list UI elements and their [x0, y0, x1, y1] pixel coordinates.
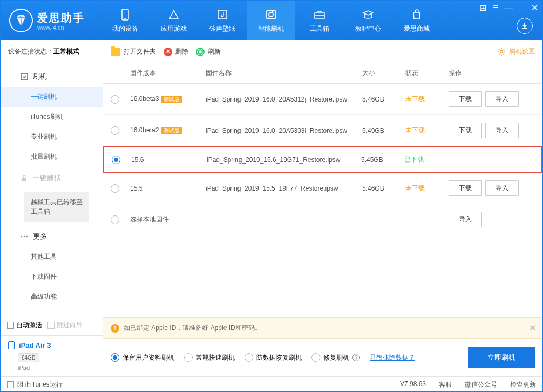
sidebar: 设备连接状态：正常模式 刷机 一键刷机 iTunes刷机 专业刷机 批量刷机 一…	[1, 40, 103, 376]
sidebar-item-download-fw[interactable]: 下载固件	[1, 267, 103, 287]
refresh-button[interactable]: 刷新	[196, 47, 221, 56]
open-folder-button[interactable]: 打开文件夹	[111, 47, 156, 56]
sidebar-more-header[interactable]: 更多	[1, 226, 103, 247]
toolbox-icon	[313, 8, 327, 21]
sidebar-flash-header[interactable]: 刷机	[1, 66, 103, 87]
fw-name: iPad_Spring_2019_16.0_20A5303i_Restore.i…	[206, 127, 362, 134]
help-icon[interactable]: ?	[352, 354, 360, 361]
row-radio[interactable]	[111, 95, 119, 104]
sidebar-item-batch[interactable]: 批量刷机	[1, 147, 103, 167]
row-radio[interactable]	[111, 126, 119, 135]
statusbar: 阻止iTunes运行 V7.98.63 客服 微信公众号 检查更新	[1, 376, 542, 392]
svg-point-10	[500, 50, 503, 53]
fw-name: iPad_Spring_2019_15.5_19F77_Restore.ipsw	[206, 185, 362, 192]
refresh-icon	[196, 48, 205, 56]
fw-status: 未下载	[405, 184, 449, 193]
toolbar: 打开文件夹 ✕删除 刷新 刷机设置	[103, 40, 542, 63]
table-row[interactable]: 选择本地固件导入	[103, 204, 542, 235]
table-row[interactable]: 16.0beta3测试版iPad_Spring_2019_16.0_20A531…	[103, 84, 542, 115]
notice-text: 如已绑定 Apple ID，请准备好 Apple ID和密码。	[124, 323, 261, 333]
block-itunes-checkbox[interactable]	[7, 381, 14, 388]
row-radio[interactable]	[111, 184, 119, 193]
sidebar-jailbreak-header: 一键越狱	[1, 168, 103, 188]
fw-version: 16.0beta3	[130, 95, 159, 103]
svg-point-9	[26, 236, 28, 238]
opt-repair[interactable]: 修复刷机?	[311, 353, 360, 362]
gear-icon	[497, 48, 506, 56]
fw-status: 未下载	[405, 126, 449, 135]
tab-ringtones[interactable]: 铃声壁纸	[198, 1, 247, 40]
download-button[interactable]: 下载	[449, 180, 482, 196]
tab-shop[interactable]: 爱思商城	[392, 1, 441, 40]
app-logo-icon	[9, 9, 33, 32]
fw-status: 已下载	[404, 155, 447, 164]
radio-icon	[245, 353, 253, 362]
sidebar-item-other-tools[interactable]: 其他工具	[1, 247, 103, 267]
fw-size: 5.45GB	[361, 156, 404, 164]
device-status: 设备连接状态：正常模式	[1, 40, 103, 63]
flash-now-button[interactable]: 立即刷机	[468, 347, 535, 368]
version-label: V7.98.63	[400, 380, 426, 389]
opt-keep-data[interactable]: 保留用户资料刷机	[111, 353, 174, 362]
tab-tutorials[interactable]: 教程中心	[344, 1, 392, 40]
import-button[interactable]: 导入	[485, 123, 519, 138]
close-icon[interactable]: ✕	[531, 4, 538, 11]
radio-icon	[184, 353, 193, 362]
opt-normal[interactable]: 常规快速刷机	[184, 353, 235, 362]
svg-rect-3	[267, 10, 275, 19]
ipad-icon	[8, 341, 15, 349]
tab-flash[interactable]: 智能刷机	[247, 1, 295, 40]
import-button[interactable]: 导入	[485, 180, 519, 196]
beta-badge: 测试版	[161, 127, 182, 134]
table-row[interactable]: 15.5iPad_Spring_2019_15.5_19F77_Restore.…	[103, 173, 542, 204]
bottom-panel: ! 如已绑定 Apple ID，请准备好 Apple ID和密码。 ✕ 保留用户…	[103, 317, 542, 376]
activation-row: 自动激活 跳过向导	[1, 315, 103, 336]
tab-toolbox[interactable]: 工具箱	[295, 1, 344, 40]
delete-button[interactable]: ✕删除	[164, 47, 188, 56]
download-button[interactable]: 下载	[449, 91, 482, 107]
tutorial-icon	[361, 8, 375, 21]
row-radio[interactable]	[111, 215, 119, 224]
menu-icon[interactable]: ⊞	[479, 4, 486, 11]
beta-badge: 测试版	[161, 96, 182, 103]
sidebar-item-advanced[interactable]: 高级功能	[1, 287, 103, 307]
check-update[interactable]: 检查更新	[510, 380, 536, 389]
flash-settings-button[interactable]: 刷机设置	[497, 47, 535, 56]
svg-point-7	[21, 236, 23, 238]
fw-version: 15.6	[131, 156, 144, 164]
row-radio[interactable]	[112, 156, 120, 164]
import-button[interactable]: 导入	[485, 91, 519, 107]
sidebar-item-pro[interactable]: 专业刷机	[1, 127, 103, 147]
svg-point-8	[24, 236, 25, 238]
fw-size: 5.49GB	[362, 127, 405, 134]
device-icon	[118, 8, 132, 21]
download-indicator[interactable]	[517, 18, 533, 34]
svg-rect-6	[22, 178, 26, 181]
tab-apps[interactable]: 应用游戏	[150, 1, 198, 40]
folder-icon	[111, 48, 120, 56]
shop-icon	[410, 8, 424, 21]
sidebar-jailbreak-tip[interactable]: 越狱工具已转移至工具箱	[24, 192, 89, 222]
list-icon[interactable]: ≡	[492, 4, 499, 11]
device-name[interactable]: iPad Air 3	[8, 341, 95, 349]
apps-icon	[167, 8, 181, 21]
minimize-icon[interactable]: —	[505, 4, 512, 11]
erase-link[interactable]: 只想抹除数据？	[370, 353, 415, 362]
notice-bar: ! 如已绑定 Apple ID，请准备好 Apple ID和密码。 ✕	[103, 318, 542, 339]
maximize-icon[interactable]: □	[518, 4, 525, 11]
wechat-official[interactable]: 微信公众号	[465, 380, 497, 389]
import-button[interactable]: 导入	[449, 212, 482, 227]
auto-activate-checkbox[interactable]	[7, 322, 14, 329]
sidebar-item-itunes[interactable]: iTunes刷机	[1, 107, 103, 127]
sidebar-item-oneclick[interactable]: 一键刷机	[1, 87, 103, 107]
customer-service[interactable]: 客服	[439, 380, 452, 389]
opt-anti-recovery[interactable]: 防数据恢复刷机	[245, 353, 302, 362]
local-firmware-label: 选择本地固件	[130, 215, 169, 223]
download-button[interactable]: 下载	[449, 123, 482, 138]
device-storage: 64GB	[18, 353, 39, 362]
tab-my-device[interactable]: 我的设备	[101, 1, 150, 40]
table-row[interactable]: 15.6iPad_Spring_2019_15.6_19G71_Restore.…	[103, 146, 542, 173]
skip-guide-checkbox[interactable]	[47, 322, 55, 329]
table-row[interactable]: 16.0beta2测试版iPad_Spring_2019_16.0_20A530…	[103, 115, 542, 146]
notice-close-icon[interactable]: ✕	[529, 323, 536, 333]
